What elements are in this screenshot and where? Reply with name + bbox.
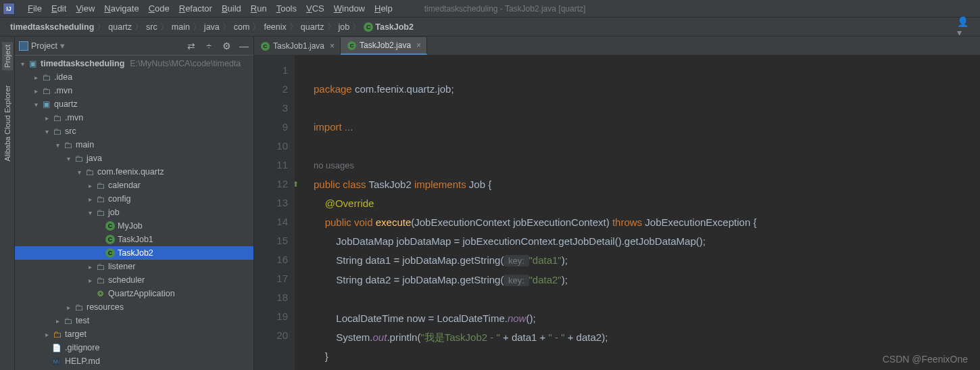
class-name: TaskJob2	[368, 179, 414, 190]
editor-body[interactable]: 1239101112⬆1314151617181920 package com.…	[254, 55, 980, 370]
line-number[interactable]: 9	[254, 118, 288, 137]
tree-node[interactable]: ▸.idea	[15, 70, 253, 84]
line-number[interactable]: 17	[254, 269, 288, 288]
code-content[interactable]: package com.feenix.quartz.job; import ..…	[295, 55, 980, 370]
user-icon[interactable]: 👤▾	[957, 16, 968, 38]
tree-node[interactable]: ▾src	[15, 124, 253, 138]
menu-code[interactable]: Code	[144, 1, 174, 16]
close-icon[interactable]: ×	[330, 41, 335, 51]
package-name: com.feenix.quartz.job	[355, 83, 451, 95]
txt: Job {	[469, 179, 491, 190]
line-number[interactable]: 19	[254, 307, 288, 326]
string: "我是TaskJob2 - "	[420, 331, 499, 343]
close-icon[interactable]: ×	[416, 41, 421, 50]
line-number[interactable]: 11	[254, 156, 288, 175]
line-number[interactable]: 10	[254, 137, 288, 156]
line-number[interactable]: 13	[254, 193, 288, 212]
tree-node[interactable]: ▸scheduler	[15, 273, 253, 287]
breadcrumb-item[interactable]: quartz	[299, 22, 326, 32]
line-number[interactable]: 15	[254, 231, 288, 250]
menu-refactor[interactable]: Refactor	[174, 1, 217, 16]
menu-window[interactable]: Window	[329, 1, 370, 16]
menu-help[interactable]: Help	[370, 1, 397, 16]
tree-node[interactable]: ▸target	[15, 327, 253, 341]
breadcrumb-item[interactable]: timedtaskscheduling	[8, 22, 96, 32]
tree-root[interactable]: ▾timedtaskschedulingE:\MyNuts\MCA\code\t…	[15, 57, 253, 70]
side-tab-project[interactable]: Project	[2, 42, 13, 70]
select-opened-icon[interactable]: ⇄	[186, 41, 197, 51]
breadcrumb-item[interactable]: job	[337, 22, 352, 32]
line-number[interactable]: 20	[254, 326, 288, 345]
tree-node[interactable]: QuartzApplication	[15, 287, 253, 300]
project-pane: Project ▾ ⇄ ÷ ⚙ — ▾timedtaskschedulingE:…	[15, 37, 254, 370]
menu-bar: IJ FileEditViewNavigateCodeRefactorBuild…	[0, 0, 980, 18]
import-fold[interactable]: ...	[345, 121, 353, 133]
line-number[interactable]: 12⬆	[254, 175, 288, 193]
tree-node[interactable]: ▸resources	[15, 300, 253, 314]
chevron-right-icon: 〉	[134, 21, 143, 33]
editor-tab[interactable]: CTaskJob2.java×	[341, 37, 427, 55]
tree-node[interactable]: ▸listener	[15, 260, 253, 273]
breadcrumb-item[interactable]: quartz	[106, 22, 134, 32]
breadcrumbs: timedtaskscheduling〉quartz〉src〉main〉java…	[8, 21, 416, 33]
tree-node[interactable]: ▾quartz	[15, 97, 253, 111]
tree-node[interactable]: ▸.mvn	[15, 84, 253, 97]
project-toolbar: ⇄ ÷ ⚙ —	[186, 41, 249, 51]
breadcrumb-item[interactable]: feenix	[262, 22, 288, 32]
brace: }	[325, 350, 328, 362]
line-number[interactable]: 16	[254, 250, 288, 269]
menu-vcs[interactable]: VCS	[301, 1, 329, 16]
tree-node[interactable]: ▾com.feenix.quartz	[15, 165, 253, 179]
line-number[interactable]: 18	[254, 288, 288, 307]
line-number[interactable]: 3	[254, 99, 288, 118]
menu-edit[interactable]: Edit	[47, 1, 71, 16]
editor-tab-bar: CTaskJob1.java×CTaskJob2.java×	[254, 37, 980, 55]
menu-build[interactable]: Build	[217, 1, 246, 16]
static-field: out	[373, 331, 387, 343]
line-number[interactable]: 14	[254, 212, 288, 231]
line-number[interactable]: 2	[254, 80, 288, 99]
tree-node[interactable]: CTaskJob1	[15, 233, 253, 246]
breadcrumb-item[interactable]: CTaskJob2	[362, 22, 416, 32]
tree-node[interactable]: ▸.mvn	[15, 111, 253, 124]
editor-tab[interactable]: CTaskJob1.java×	[254, 37, 341, 55]
breadcrumb-item[interactable]: src	[144, 22, 160, 32]
project-pane-title[interactable]: Project ▾	[19, 41, 65, 51]
settings-icon[interactable]: ⚙	[221, 41, 232, 51]
method-name: execute	[376, 216, 412, 228]
tree-node[interactable]: CMyJob	[15, 219, 253, 233]
txt: LocalDateTime now = LocalDateTime.	[336, 313, 508, 324]
collapse-icon[interactable]: ÷	[203, 41, 214, 51]
kw-import: import	[314, 121, 345, 133]
nav-right-icons: 👤▾	[957, 16, 972, 38]
breadcrumb-item[interactable]: java	[202, 22, 222, 32]
menu-run[interactable]: Run	[246, 1, 272, 16]
tree-node[interactable]: ▾job	[15, 206, 253, 219]
txt: String data1 = jobDataMap.getString(	[336, 254, 504, 266]
window-title: timedtaskscheduling - TaskJob2.java [qua…	[424, 4, 586, 14]
tree-node[interactable]: ▸test	[15, 314, 253, 327]
breadcrumb-item[interactable]: com	[232, 22, 252, 32]
project-label: Project	[31, 41, 57, 51]
breadcrumb-item[interactable]: main	[170, 22, 192, 32]
menu-view[interactable]: View	[71, 1, 99, 16]
menu-tools[interactable]: Tools	[272, 1, 301, 16]
menu-navigate[interactable]: Navigate	[99, 1, 143, 16]
line-number[interactable]: 1	[254, 61, 288, 80]
tree-node[interactable]: ▾main	[15, 138, 253, 152]
menu-file[interactable]: File	[23, 1, 47, 16]
tree-node[interactable]: ▸config	[15, 192, 253, 206]
tree-node[interactable]: ▾java	[15, 152, 253, 165]
side-tab-cloud[interactable]: Alibaba Cloud Explorer	[2, 83, 13, 164]
chevron-right-icon: 〉	[289, 21, 298, 33]
tree-node[interactable]: CTaskJob2	[15, 246, 253, 260]
editor-area: CTaskJob1.java×CTaskJob2.java× 123910111…	[254, 37, 980, 370]
project-tree[interactable]: ▾timedtaskschedulingE:\MyNuts\MCA\code\t…	[15, 55, 253, 370]
tree-node[interactable]: ▸calendar	[15, 179, 253, 192]
tree-node[interactable]: HELP.md	[15, 354, 253, 368]
string: " - "	[549, 331, 565, 343]
hide-icon[interactable]: —	[239, 41, 249, 51]
txt: System.	[336, 331, 372, 343]
tree-node[interactable]: .gitignore	[15, 341, 253, 354]
gutter[interactable]: 1239101112⬆1314151617181920	[254, 55, 295, 370]
